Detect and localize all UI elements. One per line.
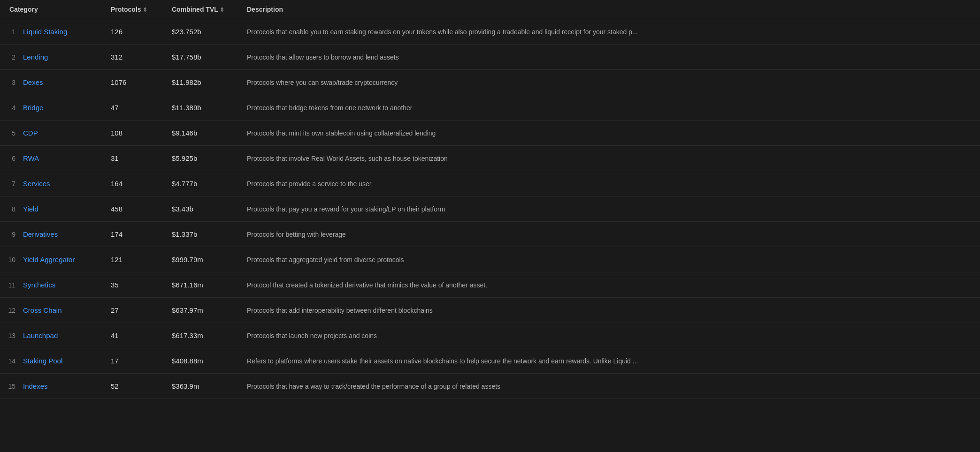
tvl-column-header[interactable]: Combined TVL <box>164 0 239 19</box>
protocols-count: 27 <box>111 306 119 314</box>
description-text: Protocols for betting with leverage <box>247 231 346 238</box>
tvl-value: $11.982b <box>172 78 201 86</box>
tvl-value: $671.16m <box>172 281 203 289</box>
description-text: Protocols that allow users to borrow and… <box>247 53 399 61</box>
table-row: 4 Bridge 47 $11.389b Protocols that brid… <box>0 95 980 121</box>
category-link[interactable]: Indexes <box>23 382 48 390</box>
row-number: 12 <box>8 307 19 314</box>
table-row: 13 Launchpad 41 $617.33m Protocols that … <box>0 323 980 348</box>
table-row: 2 Lending 312 $17.758b Protocols that al… <box>0 45 980 70</box>
row-number: 9 <box>8 231 19 238</box>
description-column-header: Description <box>239 0 980 19</box>
description-text: Protocols that bridge tokens from one ne… <box>247 104 413 112</box>
description-text: Protocols that mint its own stablecoin u… <box>247 129 436 137</box>
table-row: 9 Derivatives 174 $1.337b Protocols for … <box>0 222 980 247</box>
tvl-value: $637.97m <box>172 306 203 314</box>
tvl-value: $1.337b <box>172 230 197 238</box>
row-number: 4 <box>8 104 19 112</box>
category-link[interactable]: Lending <box>23 53 48 61</box>
description-text: Protocols where you can swap/trade crypt… <box>247 79 398 86</box>
protocols-count: 164 <box>111 180 122 188</box>
table-row: 6 RWA 31 $5.925b Protocols that involve … <box>0 146 980 171</box>
row-number: 1 <box>8 28 19 36</box>
tvl-value: $3.43b <box>172 205 193 213</box>
protocols-count: 458 <box>111 205 122 213</box>
category-link[interactable]: Liquid Staking <box>23 28 67 36</box>
description-text: Protocols that launch new projects and c… <box>247 332 377 339</box>
row-number: 8 <box>8 205 19 213</box>
category-link[interactable]: Cross Chain <box>23 306 62 314</box>
category-link[interactable]: Yield <box>23 205 38 213</box>
row-number: 11 <box>8 281 19 289</box>
category-link[interactable]: Dexes <box>23 78 43 86</box>
table-row: 10 Yield Aggregator 121 $999.79m Protoco… <box>0 247 980 272</box>
protocols-count: 47 <box>111 104 119 112</box>
category-link[interactable]: Bridge <box>23 104 43 112</box>
tvl-value: $5.925b <box>172 154 197 162</box>
category-link[interactable]: Derivatives <box>23 230 58 238</box>
table-row: 3 Dexes 1076 $11.982b Protocols where yo… <box>0 70 980 95</box>
description-text: Protocols that involve Real World Assets… <box>247 155 448 162</box>
categories-table: Category Protocols Combined TVL Descript… <box>0 0 980 399</box>
row-number: 7 <box>8 180 19 188</box>
row-number: 10 <box>8 256 19 264</box>
row-number: 14 <box>8 357 19 365</box>
protocols-count: 312 <box>111 53 122 61</box>
protocols-count: 126 <box>111 28 122 36</box>
description-text: Protocols that have a way to track/creat… <box>247 383 500 390</box>
category-link[interactable]: Staking Pool <box>23 357 62 365</box>
description-text: Refers to platforms where users stake th… <box>247 357 638 365</box>
row-number: 3 <box>8 79 19 86</box>
row-number: 13 <box>8 332 19 339</box>
tvl-value: $617.33m <box>172 331 203 339</box>
table-header-row: Category Protocols Combined TVL Descript… <box>0 0 980 19</box>
category-link[interactable]: CDP <box>23 129 38 137</box>
protocols-count: 41 <box>111 331 119 339</box>
tvl-value: $23.752b <box>172 28 201 36</box>
description-text: Protocols that enable you to earn stakin… <box>247 28 638 36</box>
protocols-count: 121 <box>111 256 122 264</box>
tvl-value: $4.777b <box>172 180 197 188</box>
category-column-header: Category <box>0 0 103 19</box>
category-link[interactable]: Yield Aggregator <box>23 256 75 264</box>
tvl-value: $999.79m <box>172 256 203 264</box>
protocols-count: 31 <box>111 154 119 162</box>
row-number: 6 <box>8 155 19 162</box>
table-row: 1 Liquid Staking 126 $23.752b Protocols … <box>0 19 980 45</box>
protocols-count: 108 <box>111 129 122 137</box>
protocols-count: 17 <box>111 357 119 365</box>
row-number: 15 <box>8 383 19 390</box>
protocols-column-header[interactable]: Protocols <box>103 0 164 19</box>
tvl-value: $17.758b <box>172 53 201 61</box>
table-row: 12 Cross Chain 27 $637.97m Protocols tha… <box>0 298 980 323</box>
protocols-count: 174 <box>111 230 122 238</box>
protocols-count: 52 <box>111 382 119 390</box>
description-text: Protocols that provide a service to the … <box>247 180 371 188</box>
description-text: Protocols that aggregated yield from div… <box>247 256 404 264</box>
table-row: 8 Yield 458 $3.43b Protocols that pay yo… <box>0 196 980 222</box>
category-link[interactable]: Synthetics <box>23 281 55 289</box>
table-row: 5 CDP 108 $9.146b Protocols that mint it… <box>0 121 980 146</box>
table-row: 14 Staking Pool 17 $408.88m Refers to pl… <box>0 348 980 374</box>
tvl-value: $363.9m <box>172 382 199 390</box>
tvl-value: $9.146b <box>172 129 197 137</box>
categories-table-container: Category Protocols Combined TVL Descript… <box>0 0 980 399</box>
description-text: Protocol that created a tokenized deriva… <box>247 281 487 289</box>
description-text: Protocols that pay you a reward for your… <box>247 205 445 213</box>
protocols-count: 1076 <box>111 78 126 86</box>
category-link[interactable]: Launchpad <box>23 331 58 339</box>
row-number: 5 <box>8 129 19 137</box>
protocols-count: 35 <box>111 281 119 289</box>
table-row: 11 Synthetics 35 $671.16m Protocol that … <box>0 272 980 298</box>
table-row: 15 Indexes 52 $363.9m Protocols that hav… <box>0 374 980 399</box>
table-row: 7 Services 164 $4.777b Protocols that pr… <box>0 171 980 196</box>
tvl-value: $11.389b <box>172 104 201 112</box>
row-number: 2 <box>8 53 19 61</box>
category-link[interactable]: RWA <box>23 154 39 162</box>
category-link[interactable]: Services <box>23 180 50 188</box>
tvl-value: $408.88m <box>172 357 203 365</box>
description-text: Protocols that add interoperability betw… <box>247 307 433 314</box>
